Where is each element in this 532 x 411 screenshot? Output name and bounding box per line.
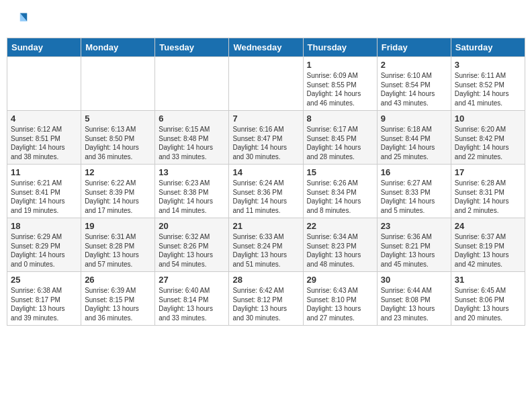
day-number: 5 [85, 113, 151, 124]
calendar-week-row: 11Sunrise: 6:21 AM Sunset: 8:41 PM Dayli… [7, 165, 525, 218]
calendar-week-row: 18Sunrise: 6:29 AM Sunset: 8:29 PM Dayli… [7, 218, 525, 272]
calendar-cell: 27Sunrise: 6:40 AM Sunset: 8:14 PM Dayli… [155, 272, 229, 326]
day-number: 17 [455, 167, 521, 177]
cell-content: Sunrise: 6:20 AM Sunset: 8:42 PM Dayligh… [455, 125, 521, 161]
cell-content: Sunrise: 6:45 AM Sunset: 8:06 PM Dayligh… [455, 286, 521, 322]
cell-content: Sunrise: 6:31 AM Sunset: 8:28 PM Dayligh… [85, 232, 151, 269]
calendar-cell: 13Sunrise: 6:23 AM Sunset: 8:38 PM Dayli… [155, 165, 229, 218]
cell-content: Sunrise: 6:44 AM Sunset: 8:08 PM Dayligh… [381, 286, 447, 322]
calendar-cell: 18Sunrise: 6:29 AM Sunset: 8:29 PM Dayli… [7, 218, 81, 272]
cell-content: Sunrise: 6:22 AM Sunset: 8:39 PM Dayligh… [85, 179, 151, 215]
calendar-table: SundayMondayTuesdayWednesdayThursdayFrid… [7, 38, 525, 326]
cell-content: Sunrise: 6:17 AM Sunset: 8:45 PM Dayligh… [307, 125, 373, 161]
column-header-thursday: Thursday [303, 38, 377, 57]
day-number: 7 [232, 113, 299, 124]
cell-content: Sunrise: 6:21 AM Sunset: 8:41 PM Dayligh… [11, 179, 77, 215]
calendar-cell: 24Sunrise: 6:37 AM Sunset: 8:19 PM Dayli… [451, 218, 525, 272]
calendar-cell: 22Sunrise: 6:34 AM Sunset: 8:23 PM Dayli… [303, 218, 377, 272]
calendar-cell: 6Sunrise: 6:15 AM Sunset: 8:48 PM Daylig… [155, 111, 229, 165]
cell-content: Sunrise: 6:09 AM Sunset: 8:55 PM Dayligh… [307, 71, 373, 107]
calendar-cell: 5Sunrise: 6:13 AM Sunset: 8:50 PM Daylig… [81, 111, 155, 165]
calendar-week-row: 1Sunrise: 6:09 AM Sunset: 8:55 PM Daylig… [7, 57, 525, 111]
calendar-week-row: 4Sunrise: 6:12 AM Sunset: 8:51 PM Daylig… [7, 111, 525, 165]
column-header-friday: Friday [377, 38, 451, 57]
day-number: 19 [85, 221, 151, 231]
column-header-wednesday: Wednesday [229, 38, 303, 57]
cell-content: Sunrise: 6:12 AM Sunset: 8:51 PM Dayligh… [11, 125, 77, 161]
cell-content: Sunrise: 6:26 AM Sunset: 8:34 PM Dayligh… [307, 179, 373, 215]
cell-content: Sunrise: 6:24 AM Sunset: 8:36 PM Dayligh… [232, 179, 299, 215]
cell-content: Sunrise: 6:23 AM Sunset: 8:38 PM Dayligh… [159, 179, 225, 215]
calendar-cell: 1Sunrise: 6:09 AM Sunset: 8:55 PM Daylig… [303, 57, 377, 111]
cell-content: Sunrise: 6:33 AM Sunset: 8:24 PM Dayligh… [232, 232, 299, 269]
day-number: 8 [307, 113, 373, 124]
page-header [7, 7, 525, 34]
day-number: 31 [455, 275, 521, 285]
calendar-cell: 20Sunrise: 6:32 AM Sunset: 8:26 PM Dayli… [155, 218, 229, 272]
day-number: 18 [11, 221, 77, 231]
day-number: 25 [11, 275, 77, 285]
logo [9, 11, 31, 30]
calendar-cell: 26Sunrise: 6:39 AM Sunset: 8:15 PM Dayli… [81, 272, 155, 326]
calendar-cell: 25Sunrise: 6:38 AM Sunset: 8:17 PM Dayli… [7, 272, 81, 326]
day-number: 6 [159, 113, 225, 124]
calendar-cell: 23Sunrise: 6:36 AM Sunset: 8:21 PM Dayli… [377, 218, 451, 272]
day-number: 9 [381, 113, 447, 124]
day-number: 3 [455, 60, 521, 70]
calendar-cell: 2Sunrise: 6:10 AM Sunset: 8:54 PM Daylig… [377, 57, 451, 111]
calendar-cell [229, 57, 303, 111]
day-number: 23 [381, 221, 447, 231]
cell-content: Sunrise: 6:39 AM Sunset: 8:15 PM Dayligh… [85, 286, 151, 322]
calendar-cell: 10Sunrise: 6:20 AM Sunset: 8:42 PM Dayli… [451, 111, 525, 165]
day-number: 11 [11, 167, 77, 177]
calendar-cell: 19Sunrise: 6:31 AM Sunset: 8:28 PM Dayli… [81, 218, 155, 272]
calendar-cell: 31Sunrise: 6:45 AM Sunset: 8:06 PM Dayli… [451, 272, 525, 326]
calendar-cell [7, 57, 81, 111]
cell-content: Sunrise: 6:18 AM Sunset: 8:44 PM Dayligh… [381, 125, 447, 161]
column-header-sunday: Sunday [7, 38, 81, 57]
calendar-cell: 9Sunrise: 6:18 AM Sunset: 8:44 PM Daylig… [377, 111, 451, 165]
day-number: 1 [307, 60, 373, 70]
calendar-cell [155, 57, 229, 111]
calendar-header-row: SundayMondayTuesdayWednesdayThursdayFrid… [7, 38, 525, 57]
cell-content: Sunrise: 6:43 AM Sunset: 8:10 PM Dayligh… [307, 286, 373, 322]
calendar-cell: 29Sunrise: 6:43 AM Sunset: 8:10 PM Dayli… [303, 272, 377, 326]
day-number: 30 [381, 275, 447, 285]
day-number: 2 [381, 60, 447, 70]
cell-content: Sunrise: 6:13 AM Sunset: 8:50 PM Dayligh… [85, 125, 151, 161]
day-number: 14 [232, 167, 299, 177]
calendar-cell: 11Sunrise: 6:21 AM Sunset: 8:41 PM Dayli… [7, 165, 81, 218]
day-number: 16 [381, 167, 447, 177]
cell-content: Sunrise: 6:42 AM Sunset: 8:12 PM Dayligh… [232, 286, 299, 322]
calendar-cell: 21Sunrise: 6:33 AM Sunset: 8:24 PM Dayli… [229, 218, 303, 272]
day-number: 21 [232, 221, 299, 231]
column-header-tuesday: Tuesday [155, 38, 229, 57]
calendar-cell: 4Sunrise: 6:12 AM Sunset: 8:51 PM Daylig… [7, 111, 81, 165]
calendar-cell: 30Sunrise: 6:44 AM Sunset: 8:08 PM Dayli… [377, 272, 451, 326]
calendar-cell: 8Sunrise: 6:17 AM Sunset: 8:45 PM Daylig… [303, 111, 377, 165]
cell-content: Sunrise: 6:28 AM Sunset: 8:31 PM Dayligh… [455, 179, 521, 215]
day-number: 29 [307, 275, 373, 285]
calendar-week-row: 25Sunrise: 6:38 AM Sunset: 8:17 PM Dayli… [7, 272, 525, 326]
day-number: 12 [85, 167, 151, 177]
cell-content: Sunrise: 6:32 AM Sunset: 8:26 PM Dayligh… [159, 232, 225, 269]
calendar-cell: 12Sunrise: 6:22 AM Sunset: 8:39 PM Dayli… [81, 165, 155, 218]
logo-icon [9, 11, 28, 30]
calendar-cell: 28Sunrise: 6:42 AM Sunset: 8:12 PM Dayli… [229, 272, 303, 326]
cell-content: Sunrise: 6:34 AM Sunset: 8:23 PM Dayligh… [307, 232, 373, 269]
calendar-cell [81, 57, 155, 111]
day-number: 4 [11, 113, 77, 124]
cell-content: Sunrise: 6:40 AM Sunset: 8:14 PM Dayligh… [159, 286, 225, 322]
cell-content: Sunrise: 6:15 AM Sunset: 8:48 PM Dayligh… [159, 125, 225, 161]
cell-content: Sunrise: 6:16 AM Sunset: 8:47 PM Dayligh… [232, 125, 299, 161]
day-number: 28 [232, 275, 299, 285]
cell-content: Sunrise: 6:38 AM Sunset: 8:17 PM Dayligh… [11, 286, 77, 322]
calendar-cell: 14Sunrise: 6:24 AM Sunset: 8:36 PM Dayli… [229, 165, 303, 218]
calendar-cell: 16Sunrise: 6:27 AM Sunset: 8:33 PM Dayli… [377, 165, 451, 218]
day-number: 27 [159, 275, 225, 285]
day-number: 20 [159, 221, 225, 231]
cell-content: Sunrise: 6:10 AM Sunset: 8:54 PM Dayligh… [381, 71, 447, 107]
day-number: 13 [159, 167, 225, 177]
calendar-cell: 15Sunrise: 6:26 AM Sunset: 8:34 PM Dayli… [303, 165, 377, 218]
column-header-saturday: Saturday [451, 38, 525, 57]
